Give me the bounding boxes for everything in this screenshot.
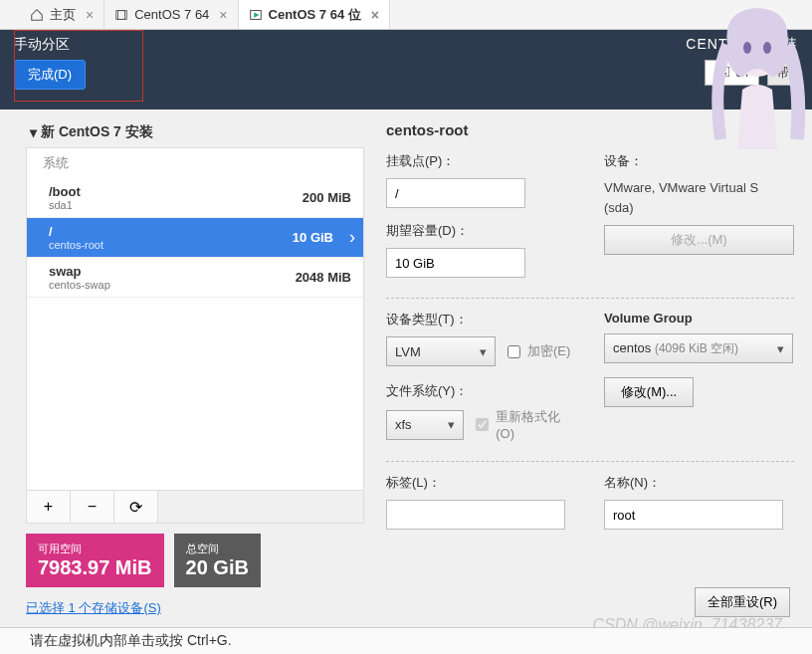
free-space-value: 7983.97 MiB [38, 556, 152, 579]
partition-device: centos-root [49, 239, 103, 251]
svg-rect-8 [718, 73, 726, 75]
tab-label: 主页 [50, 6, 76, 24]
name-label: 名称(N)： [604, 474, 794, 492]
page-title: 手动分区 [14, 36, 86, 54]
device-type-label: 设备类型(T)： [386, 311, 576, 328]
keyboard-layout-button[interactable]: cn [705, 60, 759, 86]
partition-item-swap[interactable]: swap centos-swap 2048 MiB [27, 258, 363, 298]
separator [386, 298, 794, 299]
total-space-box: 总空间 20 GiB [174, 534, 261, 587]
filesystem-select[interactable]: xfs [386, 410, 464, 440]
free-space-label: 可用空间 [38, 542, 152, 556]
vm-hint-bar: 请在虚拟机内部单击或按 Ctrl+G. [0, 627, 812, 654]
main-content: ▾ 新 CentOS 7 安装 系统 /boot sda1 200 MiB / … [0, 109, 812, 617]
separator [386, 461, 794, 462]
vm-icon [114, 8, 128, 22]
reload-button[interactable]: ⟳ [114, 491, 158, 523]
svg-rect-7 [723, 69, 725, 71]
add-partition-button[interactable]: + [27, 491, 71, 523]
mountpoint-input[interactable] [386, 178, 525, 208]
expand-icon: ▾ [30, 124, 37, 140]
partition-category: 系统 [27, 148, 363, 178]
modify-device-button: 修改...(M) [604, 225, 794, 255]
tab-label: CentOS 7 64 [134, 7, 209, 22]
tab-vm-2-active[interactable]: CentOS 7 64 位 × [239, 0, 390, 29]
capacity-label: 期望容量(D)： [386, 222, 576, 240]
vm-tab-bar: 主页 × CentOS 7 64 × CentOS 7 64 位 × [0, 0, 812, 30]
free-space-box: 可用空间 7983.97 MiB [26, 534, 164, 587]
svg-rect-4 [715, 67, 729, 77]
tab-label: CentOS 7 64 位 [269, 6, 361, 24]
close-icon[interactable]: × [219, 7, 227, 23]
partition-tree-heading[interactable]: ▾ 新 CentOS 7 安装 [26, 117, 364, 147]
partition-pane: ▾ 新 CentOS 7 安装 系统 /boot sda1 200 MiB / … [26, 117, 364, 617]
encrypt-checkbox[interactable]: 加密(E) [504, 342, 570, 361]
total-space-value: 20 GiB [186, 556, 249, 579]
tab-vm-1[interactable]: CentOS 7 64 × [104, 0, 238, 29]
vm-hint-text: 请在虚拟机内部单击或按 Ctrl+G. [30, 632, 232, 648]
partition-name: / [49, 224, 103, 239]
tag-input[interactable] [386, 500, 565, 530]
svg-rect-1 [118, 10, 125, 19]
reformat-checkbox: 重新格式化(O) [472, 408, 576, 441]
partition-device: centos-swap [49, 279, 110, 291]
volume-group-label: Volume Group [604, 311, 794, 326]
tag-label: 标签(L)： [386, 474, 576, 492]
name-input[interactable] [604, 500, 783, 530]
modify-vg-button[interactable]: 修改(M)... [604, 377, 694, 407]
partition-size: 2048 MiB [296, 270, 351, 285]
partition-device: sda1 [49, 199, 81, 211]
partition-list: 系统 /boot sda1 200 MiB / centos-root 10 G… [26, 147, 364, 491]
remove-partition-button[interactable]: − [71, 491, 114, 523]
partition-item-root[interactable]: / centos-root 10 GiB [27, 218, 363, 258]
close-icon[interactable]: × [86, 7, 94, 23]
help-button[interactable]: 帮 [767, 60, 798, 86]
lang-code: cn [735, 66, 748, 80]
reset-all-button[interactable]: 全部重设(R) [695, 587, 790, 617]
partition-name: swap [49, 264, 110, 279]
svg-rect-5 [717, 69, 719, 71]
total-space-label: 总空间 [186, 542, 249, 556]
tab-home[interactable]: 主页 × [20, 0, 104, 29]
mountpoint-label: 挂载点(P)： [386, 152, 576, 170]
partition-size: 10 GiB [293, 230, 333, 245]
home-icon [30, 8, 44, 22]
partition-toolbar: + − ⟳ [26, 491, 364, 524]
device-label: 设备： [604, 152, 794, 170]
partition-name: /boot [49, 184, 81, 199]
capacity-input[interactable] [386, 248, 525, 278]
done-button[interactable]: 完成(D) [14, 60, 86, 90]
partition-item-boot[interactable]: /boot sda1 200 MiB [27, 178, 363, 218]
svg-rect-6 [720, 69, 722, 71]
installer-header: 手动分区 完成(D) CENTOS 7 安装 cn 帮 [0, 30, 812, 109]
partition-size: 200 MiB [303, 190, 351, 205]
device-type-select[interactable]: LVM [386, 336, 496, 366]
svg-marker-3 [254, 12, 259, 17]
close-icon[interactable]: × [371, 7, 379, 23]
vm-icon [249, 8, 263, 22]
install-title: CENTOS 7 安装 [686, 36, 798, 54]
partition-detail-pane: centos-root 挂载点(P)： 期望容量(D)： 设备： VMware,… [374, 117, 802, 617]
filesystem-label: 文件系统(Y)： [386, 382, 576, 400]
device-text: VMware, VMware Virtual S (sda) [604, 178, 794, 217]
keyboard-icon [715, 66, 729, 80]
volume-group-select[interactable]: centos (4096 KiB 空闲) [604, 333, 793, 363]
detail-title: centos-root [386, 121, 794, 138]
space-summary: 可用空间 7983.97 MiB 总空间 20 GiB [26, 534, 364, 587]
storage-devices-link[interactable]: 已选择 1 个存储设备(S) [26, 599, 364, 617]
